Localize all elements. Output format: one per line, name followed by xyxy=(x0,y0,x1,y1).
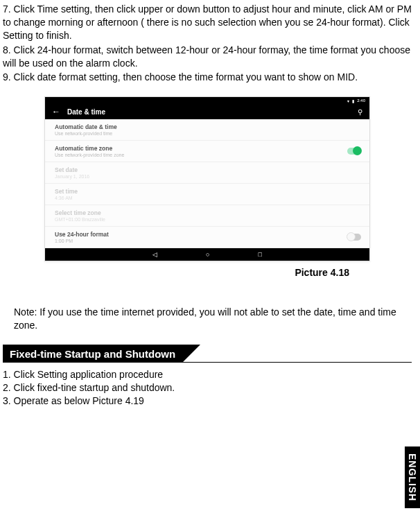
header-title: Date & time xyxy=(67,108,105,116)
section-header: Fixed-time Startup and Shutdown xyxy=(3,345,412,363)
sub-set-time: 4:36 AM xyxy=(55,196,361,200)
row-set-date: Set date January 1, 2016 xyxy=(45,162,369,184)
tablet-nav-bar: ◁ ○ □ xyxy=(45,248,369,261)
label-auto-date: Automatic date & time xyxy=(55,123,361,130)
tablet-header: ← Date & time ⚲ xyxy=(45,104,369,119)
picture-caption: Picture 4.18 xyxy=(44,267,370,278)
sub-auto-zone: Use network-provided time zone xyxy=(55,153,361,157)
row-set-time: Set time 4:36 AM xyxy=(45,184,369,205)
language-side-tab: ENGLISH xyxy=(405,446,420,508)
search-icon[interactable]: ⚲ xyxy=(358,108,362,116)
toggle-auto-timezone[interactable] xyxy=(347,148,361,155)
note-text: Note: If you use the time internet provi… xyxy=(14,306,412,332)
back-arrow-icon[interactable]: ← xyxy=(52,107,60,116)
row-use-24h[interactable]: Use 24-hour format 1:00 PM xyxy=(45,227,369,248)
toggle-use-24h[interactable] xyxy=(347,234,361,241)
tablet-screenshot: ▾ ▮ 2:40 ← Date & time ⚲ Automatic date … xyxy=(44,96,370,261)
sub-auto-date: Use network-provided time xyxy=(55,131,361,136)
label-select-zone: Select time zone xyxy=(55,209,361,216)
nav-back-icon[interactable]: ◁ xyxy=(152,251,157,258)
label-use-24h: Use 24-hour format xyxy=(55,231,361,238)
label-set-date: Set date xyxy=(55,166,361,173)
label-set-time: Set time xyxy=(55,188,361,195)
nav-recent-icon[interactable]: □ xyxy=(259,251,262,258)
row-select-zone: Select time zone GMT+01:00 Brazzaville xyxy=(45,205,369,227)
status-bar: ▾ ▮ 2:40 xyxy=(45,97,369,104)
step-1: 1. Click Setting application procedure xyxy=(3,368,412,381)
instruction-9: 9. Click date format setting, then choos… xyxy=(3,71,412,84)
sub-select-zone: GMT+01:00 Brazzaville xyxy=(55,217,361,222)
sub-use-24h: 1:00 PM xyxy=(55,239,361,243)
instruction-8: 8. Click 24-hour format, switch between … xyxy=(3,44,412,70)
step-2: 2. Click fixed-tine startup and shutdown… xyxy=(3,381,412,394)
instruction-7: 7. Click Time setting, then click upper … xyxy=(3,3,412,42)
label-auto-zone: Automatic time zone xyxy=(55,145,361,152)
step-3: 3. Operate as below Picture 4.19 xyxy=(3,394,412,408)
nav-home-icon[interactable]: ○ xyxy=(206,251,209,258)
row-auto-date-time[interactable]: Automatic date & time Use network-provid… xyxy=(45,119,369,141)
row-auto-timezone[interactable]: Automatic time zone Use network-provided… xyxy=(45,141,369,162)
battery-icon: ▮ xyxy=(352,98,354,103)
status-time: 2:40 xyxy=(357,98,365,103)
section-title: Fixed-time Startup and Shutdown xyxy=(3,345,182,363)
wifi-icon: ▾ xyxy=(347,98,349,103)
sub-set-date: January 1, 2016 xyxy=(55,174,361,179)
